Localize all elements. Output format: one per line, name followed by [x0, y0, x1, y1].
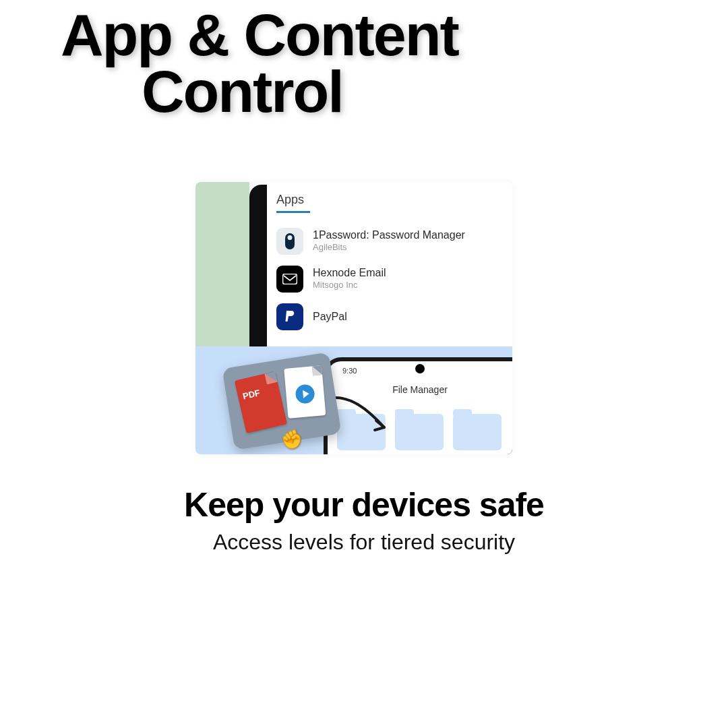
files-screenshot: 9:30 File Manager PDF — [195, 346, 512, 454]
app-row: 1Password: Password Manager AgileBits — [276, 222, 500, 260]
onepassword-icon — [276, 228, 303, 255]
footer-heading: Keep your devices safe — [27, 485, 701, 524]
apps-tab-label: Apps — [276, 193, 500, 207]
folder-icon — [395, 414, 444, 450]
app-vendor: Mitsogo Inc — [313, 280, 386, 291]
paypal-icon — [276, 303, 303, 330]
video-file-icon — [284, 365, 326, 419]
drag-files-card: PDF ✊ — [222, 352, 341, 450]
app-name: 1Password: Password Manager — [313, 229, 465, 242]
app-row: Hexnode Email Mitsogo Inc — [276, 260, 500, 298]
apps-pane: Apps 1Password: Password Manager AgileBi… — [267, 182, 512, 346]
footer-subtext: Access levels for tiered security — [27, 530, 701, 555]
apps-screenshot: Apps 1Password: Password Manager AgileBi… — [195, 182, 512, 346]
decorative-green-strip — [195, 182, 249, 346]
status-time: 9:30 — [342, 367, 357, 375]
app-row: PayPal — [276, 298, 500, 336]
title-line-1: App & Content — [61, 7, 458, 63]
title-line-2: Control — [142, 63, 458, 120]
folder-icon — [453, 414, 502, 450]
camera-notch-icon — [415, 364, 425, 373]
app-vendor: AgileBits — [313, 242, 465, 253]
illustration-card: Apps 1Password: Password Manager AgileBi… — [195, 182, 512, 454]
footer-text-block: Keep your devices safe Access levels for… — [0, 485, 728, 555]
device-bezel — [249, 185, 267, 346]
pdf-label: PDF — [242, 388, 262, 401]
email-icon — [276, 266, 303, 293]
app-name: PayPal — [313, 310, 347, 324]
grab-cursor-icon: ✊ — [278, 427, 305, 454]
app-name: Hexnode Email — [313, 266, 386, 280]
app-text: Hexnode Email Mitsogo Inc — [313, 266, 386, 291]
app-text: 1Password: Password Manager AgileBits — [313, 229, 465, 253]
play-icon — [295, 384, 315, 404]
app-text: PayPal — [313, 310, 347, 324]
pdf-file-icon: PDF — [235, 371, 287, 433]
apps-tab-underline — [276, 211, 310, 213]
page-title-block: App & Content Control — [61, 7, 458, 119]
svg-rect-0 — [283, 274, 297, 284]
